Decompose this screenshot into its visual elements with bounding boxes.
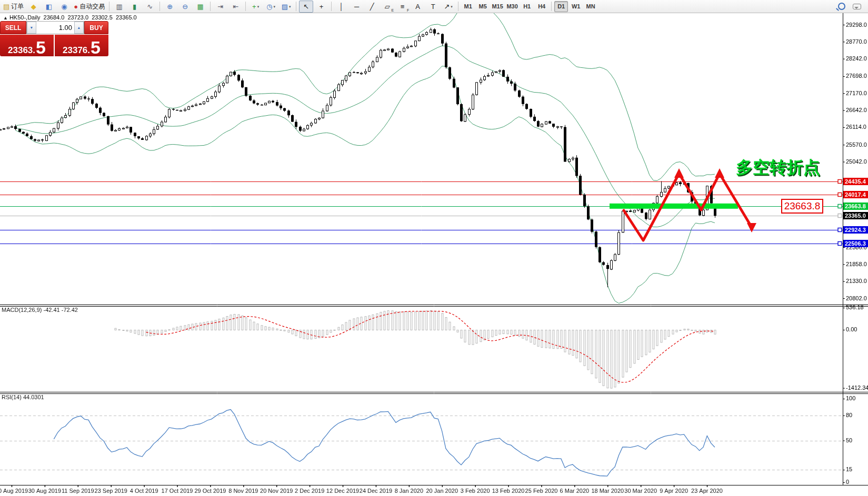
channel-glyph: ▱ [385, 3, 390, 10]
bar-chart-mode-icon[interactable]: ▥ [112, 1, 126, 13]
new-order-button[interactable]: ▤订单 [2, 1, 25, 13]
toolbar-separator [109, 2, 109, 11]
toolbar-separator [458, 2, 458, 11]
text-tool[interactable]: A [411, 1, 425, 13]
templates-glyph: ▨ [282, 3, 288, 10]
price-level-callout[interactable]: 23663.8 [781, 199, 823, 214]
dropdown-arrow-icon[interactable]: ▾ [257, 5, 260, 8]
one-click-trading-widget: SELL ▼ ▲ BUY 23363.5 23376.5 [0, 21, 108, 56]
channel-tool[interactable]: ▱E [380, 1, 394, 13]
chart-shift-icon[interactable]: ⇤ [228, 1, 243, 13]
horizontal-line-tool[interactable]: ─ [350, 1, 364, 13]
toolbar-separator [331, 2, 332, 11]
horizontal-line-glyph: ─ [354, 3, 359, 10]
navigator-icon[interactable]: ◉ [57, 1, 71, 13]
sell-price-pip: 5 [36, 41, 46, 55]
auto-scroll-icon-glyph: ⇥ [217, 3, 223, 10]
dropdown-arrow-icon[interactable]: ▾ [274, 5, 276, 8]
direction-icon: ▲ [3, 15, 8, 21]
sell-button[interactable]: SELL [0, 21, 26, 34]
bar-chart-mode-icon-glyph: ▥ [116, 3, 123, 10]
text-label-glyph: T [431, 3, 435, 10]
buy-button[interactable]: BUY [84, 21, 108, 34]
autotrading-button-label: 自动交易 [79, 3, 105, 9]
timeframe-M5[interactable]: M5 [476, 1, 490, 12]
text-glyph: A [415, 3, 420, 10]
toolbar-separator [551, 2, 552, 11]
timeframe-H4[interactable]: H4 [535, 1, 548, 12]
volume-down-icon[interactable]: ▼ [27, 22, 36, 34]
tile-windows-icon-glyph: ▦ [197, 3, 204, 10]
low-value: 23302.5 [92, 14, 113, 21]
navigator-icon-glyph: ◉ [61, 3, 67, 10]
auto-scroll-icon[interactable]: ⇥ [213, 1, 227, 13]
tool-sub-letter: F [407, 8, 409, 12]
timeframe-MN[interactable]: MN [584, 1, 597, 12]
fibonacci-tool[interactable]: ≡F [395, 1, 410, 13]
text-label-tool[interactable]: T [426, 1, 440, 13]
toolbar-separator [159, 2, 160, 11]
sell-price-main: 23363 [8, 46, 33, 55]
tool-sub-letter: E [391, 8, 394, 12]
trendline-tool[interactable]: ╱ [365, 1, 379, 13]
line-chart-mode-icon-glyph: ∿ [147, 3, 153, 10]
buy-price-main: 23376 [63, 46, 87, 55]
arrows-glyph: ↗ [444, 3, 450, 10]
toolbar-buttons: ▤订单◆◧◉●自动交易▥▮∿⊕⊖▦⇥⇤+▾◷▾▨▾↖+│─╱▱E≡FAT↗▾ [1, 1, 461, 13]
timeframe-W1[interactable]: W1 [569, 1, 583, 12]
timeframe-M1[interactable]: M1 [461, 1, 475, 12]
buy-price[interactable]: 23376.5 [55, 35, 108, 56]
rsi-indicator-label: RSI(14) 44.0301 [2, 394, 44, 400]
autotrading-button[interactable]: ●自动交易 [72, 1, 106, 13]
cursor-tool[interactable]: ↖ [299, 1, 313, 13]
toolbar: ▤订单◆◧◉●自动交易▥▮∿⊕⊖▦⇥⇤+▾◷▾▨▾↖+│─╱▱E≡FAT↗▾ M… [0, 0, 868, 13]
zoom-out-icon[interactable]: ⊖ [178, 1, 192, 13]
zoom-in-icon-glyph: ⊕ [167, 3, 173, 10]
cursor-glyph: ↖ [303, 3, 309, 10]
volume-input[interactable] [36, 22, 74, 34]
dropdown-arrow-icon[interactable]: ▾ [289, 5, 291, 8]
chat-button[interactable] [850, 1, 864, 13]
symbol-period-label: HK50-,Daily [9, 14, 41, 21]
turning-point-annotation[interactable]: 多空转折点 [736, 156, 820, 179]
arrows-tool[interactable]: ↗▾ [441, 1, 455, 13]
line-chart-mode-icon[interactable]: ∿ [143, 1, 157, 13]
indicators-glyph: + [252, 3, 256, 10]
candle-chart-mode-icon[interactable]: ▮ [127, 1, 142, 13]
new-order-button-label: 订单 [11, 3, 24, 9]
templates-button[interactable]: ▨▾ [279, 1, 293, 13]
sell-price[interactable]: 23363.5 [0, 35, 54, 56]
crosshair-glyph: + [320, 3, 324, 10]
chart-header: ▲HK50-,Daily23684.023723.023302.523365.0 [3, 14, 140, 21]
fibonacci-glyph: ≡ [401, 3, 405, 10]
timeframe-D1[interactable]: D1 [554, 1, 568, 12]
search-button[interactable] [834, 1, 849, 13]
zoom-in-icon[interactable]: ⊕ [163, 1, 177, 13]
crosshair-tool[interactable]: + [314, 1, 328, 13]
zoom-out-icon-glyph: ⊖ [182, 3, 188, 10]
periods-glyph: ◷ [266, 3, 272, 10]
price-chart-canvas[interactable] [0, 13, 868, 496]
tile-windows-icon[interactable]: ▦ [193, 1, 207, 13]
chart-profile-icon[interactable]: ◆ [26, 1, 41, 13]
market-watch-icon[interactable]: ◧ [42, 1, 56, 13]
toolbar-separator [210, 2, 211, 11]
autotrading-glyph: ● [74, 3, 78, 10]
toolbar-separator [296, 2, 296, 11]
dropdown-arrow-icon[interactable]: ▾ [451, 5, 453, 8]
search-icon [838, 3, 845, 10]
volume-up-icon[interactable]: ▲ [74, 22, 84, 34]
periods-button[interactable]: ◷▾ [264, 1, 278, 13]
vertical-line-tool[interactable]: │ [334, 1, 348, 13]
open-value: 23684.0 [44, 14, 65, 21]
timeframe-H1[interactable]: H1 [520, 1, 534, 12]
timeframe-M15[interactable]: M15 [491, 1, 504, 12]
indicators-button[interactable]: +▾ [248, 1, 263, 13]
timeframe-bar: M1M5M15M30H1H4D1W1MN [461, 1, 598, 12]
chart-profile-icon-glyph: ◆ [31, 3, 36, 10]
timeframe-M30[interactable]: M30 [505, 1, 519, 12]
volume-spinner: ▼ ▲ [26, 21, 84, 34]
vertical-line-glyph: │ [340, 3, 344, 10]
market-watch-icon-glyph: ◧ [46, 3, 52, 10]
candle-chart-mode-icon-glyph: ▮ [133, 3, 136, 10]
